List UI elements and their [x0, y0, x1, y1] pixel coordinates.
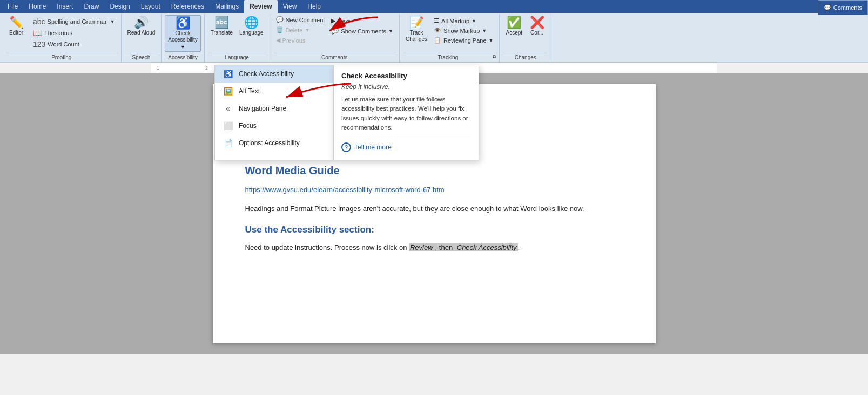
para2-after: . — [518, 243, 520, 251]
tracking-expand[interactable]: ⧉ — [493, 54, 496, 60]
previous-label: Previous — [282, 37, 306, 44]
alt-text-icon: 🖼️ — [223, 87, 233, 96]
accessibility-group: ♿ CheckAccessibility ▼ Accessibility — [162, 14, 204, 62]
tab-home[interactable]: Home — [23, 0, 51, 13]
info-icon: ? — [341, 142, 351, 152]
dropdown-menu: ♿ Check Accessibility 🖼️ Alt Text « Navi… — [214, 65, 333, 160]
tooltip-subtitle: Keep it inclusive. — [341, 83, 471, 91]
tab-mailings[interactable]: Mailings — [210, 0, 244, 13]
reviewing-pane-icon: 📋 — [434, 37, 441, 44]
language-group: 🔤 Translate 🌐 Language Language — [205, 14, 270, 62]
cor-label: Cor... — [530, 30, 543, 36]
all-markup-button[interactable]: ☰ All Markup ▼ — [431, 16, 496, 25]
comment-icon: 💬 — [824, 4, 831, 11]
spelling-grammar-button[interactable]: abc Spelling and Grammar ▼ — [30, 16, 118, 27]
changes-label: Changes — [503, 53, 548, 62]
show-markup-arrow: ▼ — [482, 28, 487, 33]
focus-icon: ⬜ — [223, 121, 233, 130]
check-accessibility-button[interactable]: ♿ CheckAccessibility ▼ — [165, 15, 200, 52]
proofing-group: ✏️ Editor abc Spelling and Grammar ▼ — [2, 14, 122, 62]
track-changes-label: TrackChanges — [406, 30, 427, 43]
dropdown-navigation-pane[interactable]: « Navigation Pane — [215, 100, 333, 117]
read-aloud-icon: 🔊 — [134, 17, 149, 29]
thesaurus-icon: 📖 — [33, 29, 42, 37]
translate-button[interactable]: 🔤 Translate — [208, 15, 235, 38]
tab-layout[interactable]: Layout — [136, 0, 166, 13]
tell-me-more-link[interactable]: ? Tell me more — [341, 138, 471, 152]
ribbon: ✏️ Editor abc Spelling and Grammar ▼ — [0, 13, 868, 63]
dropdown-options-accessibility[interactable]: 📄 Options: Accessibility — [215, 134, 333, 152]
tab-file[interactable]: File — [2, 0, 23, 13]
tab-insert[interactable]: Insert — [51, 0, 78, 13]
para2-review: Review — [409, 243, 434, 251]
thesaurus-button[interactable]: 📖 Thesaurus — [30, 28, 118, 38]
ruler-mark-1: 1 — [157, 65, 159, 71]
new-comment-button[interactable]: 💬 New Comment — [273, 15, 328, 24]
delete-button[interactable]: 🗑️ Delete ▼ — [273, 25, 328, 35]
show-markup-button[interactable]: 👁️ Show Markup ▼ — [431, 26, 496, 35]
tab-view[interactable]: View — [278, 0, 302, 13]
show-markup-icon: 👁️ — [434, 27, 441, 34]
all-markup-arrow: ▼ — [472, 18, 476, 24]
translate-label: Translate — [211, 30, 233, 36]
tab-draw[interactable]: Draw — [78, 0, 104, 13]
doc-heading-accessibility: Use the Accessibility section: — [245, 222, 623, 237]
comments-group-label: Comments — [273, 53, 396, 62]
all-markup-label: All Markup — [441, 18, 469, 24]
tab-references[interactable]: References — [166, 0, 210, 13]
previous-icon: ◀ — [276, 37, 280, 44]
delete-label: Delete — [286, 27, 303, 33]
word-count-label: Word Count — [48, 41, 79, 47]
tracking-label: Tracking — [403, 53, 493, 62]
read-aloud-button[interactable]: 🔊 Read Aloud — [125, 15, 158, 38]
next-icon: ▶ — [331, 17, 335, 24]
check-accessibility-label: CheckAccessibility — [168, 30, 197, 43]
para2-middle: , then — [434, 243, 456, 251]
comments-label: Comments — [833, 4, 862, 11]
tooltip-body: Let us make sure that your file follows … — [341, 95, 471, 132]
language-icon: 🌐 — [244, 17, 259, 29]
language-label: Language — [239, 30, 264, 36]
previous-button[interactable]: ◀ Previous — [273, 36, 328, 45]
tooltip-title: Check Accessibility — [341, 72, 471, 80]
tab-help[interactable]: Help — [302, 0, 326, 13]
show-comments-arrow: ▼ — [388, 29, 393, 34]
changes-group: ✅ Accept ❌ Cor... Changes — [500, 14, 551, 62]
reviewing-pane-label: Reviewing Pane — [443, 37, 487, 44]
doc-link-gvsu[interactable]: https://www.gvsu.edu/elearn/accessibilit… — [245, 185, 623, 196]
focus-label: Focus — [239, 122, 257, 130]
cor-button[interactable]: ❌ Cor... — [526, 15, 548, 38]
para2-before: Need to update instructions. Process now… — [245, 243, 409, 251]
comments-button[interactable]: 💬 Comments — [818, 0, 868, 15]
new-comment-icon: 💬 — [276, 16, 284, 23]
word-count-icon: 123 — [33, 40, 45, 49]
tab-review[interactable]: Review — [244, 0, 277, 13]
doc-paragraph-2: Need to update instructions. Process now… — [245, 242, 623, 254]
accept-button[interactable]: ✅ Accept — [503, 15, 525, 38]
language-button[interactable]: 🌐 Language — [237, 15, 266, 38]
dropdown-focus[interactable]: ⬜ Focus — [215, 117, 333, 134]
reviewing-pane-button[interactable]: 📋 Reviewing Pane ▼ — [431, 36, 496, 45]
dropdown-alt-text[interactable]: 🖼️ Alt Text — [215, 83, 333, 100]
para2-check: Check Accessibility — [456, 243, 518, 251]
next-label: Next — [338, 18, 350, 24]
tab-design[interactable]: Design — [104, 0, 135, 13]
all-markup-icon: ☰ — [434, 17, 439, 24]
options-accessibility-label: Options: Accessibility — [239, 139, 300, 147]
show-comments-label: Show Comments — [341, 28, 386, 35]
delete-icon: 🗑️ — [276, 26, 284, 33]
next-button[interactable]: ▶ Next — [328, 16, 396, 25]
accessibility-label: Accessibility — [165, 53, 200, 62]
tracking-group: 📝 TrackChanges ☰ All Markup ▼ 👁️ — [400, 14, 500, 62]
speech-group: 🔊 Read Aloud Speech — [122, 14, 162, 62]
dropdown-check-accessibility[interactable]: ♿ Check Accessibility — [215, 65, 333, 83]
tooltip-panel: Check Accessibility Keep it inclusive. L… — [333, 65, 479, 160]
track-changes-button[interactable]: 📝 TrackChanges — [403, 15, 430, 44]
check-accessibility-icon: ♿ — [176, 17, 190, 29]
accept-label: Accept — [506, 30, 522, 36]
editor-button[interactable]: ✏️ Editor — [5, 15, 27, 38]
word-count-button[interactable]: 123 Word Count — [30, 39, 118, 50]
ruler-mark-2: 2 — [205, 65, 208, 71]
show-comments-button[interactable]: 💬 Show Comments ▼ — [328, 26, 396, 36]
dropdown-container: ♿ Check Accessibility 🖼️ Alt Text « Navi… — [214, 65, 479, 160]
